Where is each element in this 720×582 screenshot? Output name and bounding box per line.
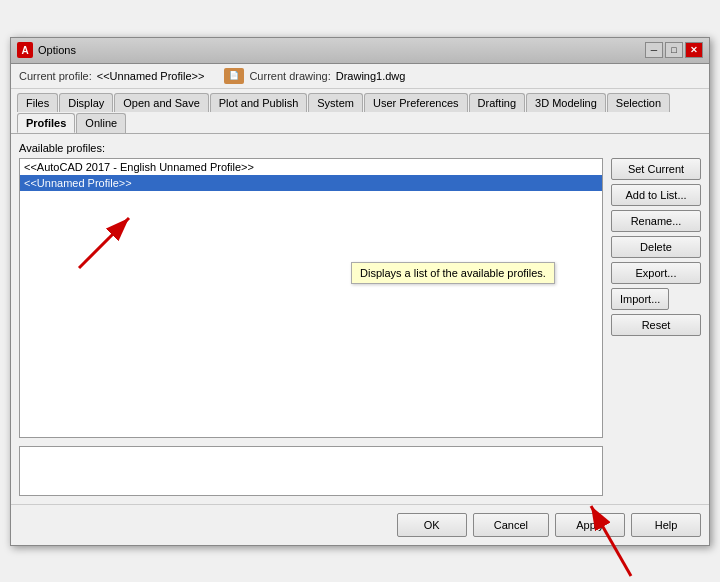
cancel-button[interactable]: Cancel [473,513,549,537]
current-drawing-label: Current drawing: [249,70,330,82]
profiles-section-label: Available profiles: [19,142,701,154]
apply-button[interactable]: Apply [555,513,625,537]
import-button[interactable]: Import... [611,288,669,310]
profiles-list-container: <<AutoCAD 2017 - English Unnamed Profile… [19,158,603,496]
tab-system[interactable]: System [308,93,363,112]
help-button[interactable]: Help [631,513,701,537]
import-tooltip-container: Displays a list of the available profile… [611,288,701,310]
profile-bar: Current profile: <<Unnamed Profile>> 📄 C… [11,64,709,89]
profiles-buttons: Set Current Add to List... Rename... Del… [611,158,701,496]
tab-files[interactable]: Files [17,93,58,112]
profiles-listbox[interactable]: <<AutoCAD 2017 - English Unnamed Profile… [19,158,603,438]
tab-user-preferences[interactable]: User Preferences [364,93,468,112]
main-content: Available profiles: <<AutoCAD 2017 - Eng… [11,133,709,504]
tab-plot-publish[interactable]: Plot and Publish [210,93,308,112]
description-box [19,446,603,496]
list-item-selected[interactable]: <<Unnamed Profile>> [20,175,602,191]
tab-selection[interactable]: Selection [607,93,670,112]
reset-button[interactable]: Reset [611,314,701,336]
tab-display[interactable]: Display [59,93,113,112]
drawing-icon: 📄 [224,68,244,84]
current-drawing-section: 📄 Current drawing: Drawing1.dwg [224,68,405,84]
tab-drafting[interactable]: Drafting [469,93,526,112]
current-profile-label: Current profile: [19,70,92,82]
export-button[interactable]: Export... [611,262,701,284]
window-title: Options [38,44,76,56]
app-icon: A [17,42,33,58]
set-current-button[interactable]: Set Current [611,158,701,180]
add-to-list-button[interactable]: Add to List... [611,184,701,206]
tab-3d-modeling[interactable]: 3D Modeling [526,93,606,112]
list-item[interactable]: <<AutoCAD 2017 - English Unnamed Profile… [20,159,602,175]
maximize-button[interactable]: □ [665,42,683,58]
current-profile-value: <<Unnamed Profile>> [97,70,205,82]
tabs-bar: Files Display Open and Save Plot and Pub… [11,89,709,133]
window-controls: ─ □ ✕ [645,42,703,58]
profiles-area: <<AutoCAD 2017 - English Unnamed Profile… [19,158,701,496]
minimize-button[interactable]: ─ [645,42,663,58]
tab-online[interactable]: Online [76,113,126,133]
title-bar: A Options ─ □ ✕ [11,38,709,64]
rename-button[interactable]: Rename... [611,210,701,232]
tab-profiles[interactable]: Profiles [17,113,75,133]
delete-button[interactable]: Delete [611,236,701,258]
bottom-bar: OK Cancel Apply Help [11,504,709,545]
current-drawing-value: Drawing1.dwg [336,70,406,82]
ok-button[interactable]: OK [397,513,467,537]
current-profile-section: Current profile: <<Unnamed Profile>> [19,70,204,82]
title-bar-left: A Options [17,42,76,58]
close-button[interactable]: ✕ [685,42,703,58]
options-dialog: A Options ─ □ ✕ Current profile: <<Unnam… [10,37,710,546]
tab-open-save[interactable]: Open and Save [114,93,208,112]
